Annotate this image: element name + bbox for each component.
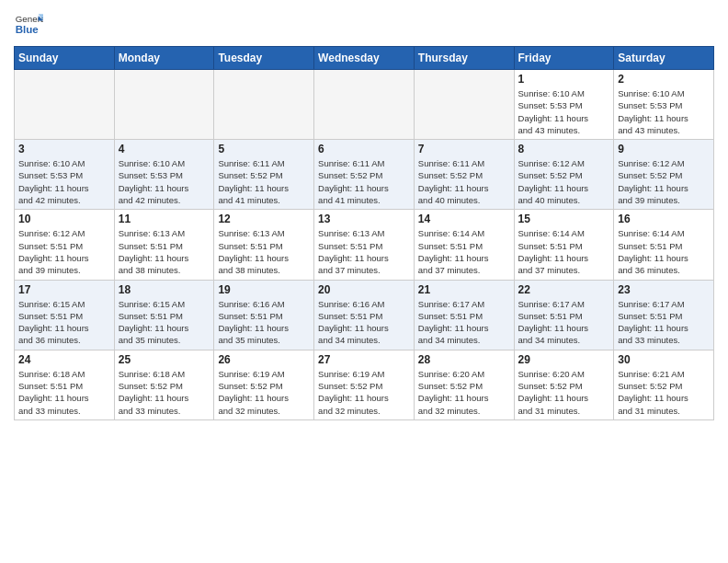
- calendar-cell: 13Sunrise: 6:13 AMSunset: 5:51 PMDayligh…: [314, 210, 415, 280]
- calendar-cell: 30Sunrise: 6:21 AMSunset: 5:52 PMDayligh…: [614, 350, 714, 419]
- calendar-cell: [214, 70, 314, 140]
- calendar-cell: 17Sunrise: 6:15 AMSunset: 5:51 PMDayligh…: [15, 280, 115, 350]
- day-number: 12: [218, 213, 310, 225]
- calendar-cell: 21Sunrise: 6:17 AMSunset: 5:51 PMDayligh…: [414, 280, 514, 350]
- calendar-cell: 9Sunrise: 6:12 AMSunset: 5:52 PMDaylight…: [614, 140, 714, 210]
- week-row-1: 1Sunrise: 6:10 AMSunset: 5:53 PMDaylight…: [15, 70, 714, 140]
- weekday-header-thursday: Thursday: [414, 47, 514, 70]
- day-info: Sunrise: 6:11 AMSunset: 5:52 PMDaylight:…: [218, 157, 310, 206]
- calendar-cell: 19Sunrise: 6:16 AMSunset: 5:51 PMDayligh…: [214, 280, 314, 350]
- day-number: 3: [18, 143, 110, 155]
- day-number: 4: [119, 143, 210, 155]
- logo: General Blue: [14, 9, 43, 39]
- page: General Blue SundayMondayTuesdayWednesda…: [0, 0, 728, 434]
- calendar-cell: [314, 70, 415, 140]
- calendar-cell: 18Sunrise: 6:15 AMSunset: 5:51 PMDayligh…: [114, 280, 214, 350]
- day-info: Sunrise: 6:19 AMSunset: 5:52 PMDaylight:…: [218, 368, 310, 417]
- day-number: 16: [618, 213, 710, 225]
- week-row-3: 10Sunrise: 6:12 AMSunset: 5:51 PMDayligh…: [15, 210, 714, 280]
- calendar-cell: 1Sunrise: 6:10 AMSunset: 5:53 PMDaylight…: [514, 70, 614, 140]
- day-number: 20: [318, 283, 410, 296]
- calendar-cell: 20Sunrise: 6:16 AMSunset: 5:51 PMDayligh…: [314, 280, 415, 350]
- calendar-cell: 22Sunrise: 6:17 AMSunset: 5:51 PMDayligh…: [514, 280, 614, 350]
- calendar-cell: 12Sunrise: 6:13 AMSunset: 5:51 PMDayligh…: [214, 210, 314, 280]
- day-number: 22: [518, 283, 610, 296]
- day-number: 19: [218, 283, 310, 296]
- calendar-cell: 16Sunrise: 6:14 AMSunset: 5:51 PMDayligh…: [614, 210, 714, 280]
- calendar-cell: 10Sunrise: 6:12 AMSunset: 5:51 PMDayligh…: [15, 210, 115, 280]
- day-number: 5: [218, 143, 310, 155]
- day-info: Sunrise: 6:14 AMSunset: 5:51 PMDaylight:…: [418, 227, 510, 276]
- day-number: 29: [518, 353, 610, 366]
- day-number: 15: [518, 213, 610, 225]
- day-info: Sunrise: 6:15 AMSunset: 5:51 PMDaylight:…: [119, 298, 210, 347]
- header: General Blue: [14, 9, 714, 39]
- day-info: Sunrise: 6:18 AMSunset: 5:52 PMDaylight:…: [119, 368, 210, 417]
- day-number: 10: [18, 213, 110, 225]
- day-number: 21: [418, 283, 510, 296]
- day-info: Sunrise: 6:21 AMSunset: 5:52 PMDaylight:…: [618, 368, 710, 417]
- day-number: 2: [618, 73, 710, 86]
- day-number: 26: [218, 353, 310, 366]
- calendar-cell: 5Sunrise: 6:11 AMSunset: 5:52 PMDaylight…: [214, 140, 314, 210]
- calendar-cell: [414, 70, 514, 140]
- day-number: 1: [518, 73, 610, 86]
- week-row-2: 3Sunrise: 6:10 AMSunset: 5:53 PMDaylight…: [15, 140, 714, 210]
- day-number: 7: [418, 143, 510, 155]
- day-info: Sunrise: 6:19 AMSunset: 5:52 PMDaylight:…: [318, 368, 410, 417]
- day-info: Sunrise: 6:11 AMSunset: 5:52 PMDaylight:…: [418, 157, 510, 206]
- week-row-4: 17Sunrise: 6:15 AMSunset: 5:51 PMDayligh…: [15, 280, 714, 350]
- calendar-cell: [15, 70, 115, 140]
- day-info: Sunrise: 6:12 AMSunset: 5:52 PMDaylight:…: [618, 157, 710, 206]
- day-number: 8: [518, 143, 610, 155]
- day-number: 30: [618, 353, 710, 366]
- day-number: 28: [418, 353, 510, 366]
- calendar-cell: 25Sunrise: 6:18 AMSunset: 5:52 PMDayligh…: [114, 350, 214, 419]
- calendar-cell: 14Sunrise: 6:14 AMSunset: 5:51 PMDayligh…: [414, 210, 514, 280]
- weekday-header-wednesday: Wednesday: [314, 47, 415, 70]
- calendar-cell: 15Sunrise: 6:14 AMSunset: 5:51 PMDayligh…: [514, 210, 614, 280]
- day-info: Sunrise: 6:18 AMSunset: 5:51 PMDaylight:…: [18, 368, 110, 417]
- day-number: 27: [318, 353, 410, 366]
- calendar-cell: 26Sunrise: 6:19 AMSunset: 5:52 PMDayligh…: [214, 350, 314, 419]
- day-info: Sunrise: 6:20 AMSunset: 5:52 PMDaylight:…: [518, 368, 610, 417]
- day-info: Sunrise: 6:12 AMSunset: 5:52 PMDaylight:…: [518, 157, 610, 206]
- day-number: 18: [119, 283, 210, 296]
- weekday-header-sunday: Sunday: [15, 47, 115, 70]
- weekday-header-row: SundayMondayTuesdayWednesdayThursdayFrid…: [15, 47, 714, 70]
- calendar-table: SundayMondayTuesdayWednesdayThursdayFrid…: [14, 46, 714, 420]
- calendar-cell: 4Sunrise: 6:10 AMSunset: 5:53 PMDaylight…: [114, 140, 214, 210]
- weekday-header-tuesday: Tuesday: [214, 47, 314, 70]
- day-info: Sunrise: 6:16 AMSunset: 5:51 PMDaylight:…: [318, 298, 410, 347]
- day-info: Sunrise: 6:14 AMSunset: 5:51 PMDaylight:…: [618, 227, 710, 276]
- day-info: Sunrise: 6:10 AMSunset: 5:53 PMDaylight:…: [119, 157, 210, 206]
- day-info: Sunrise: 6:14 AMSunset: 5:51 PMDaylight:…: [518, 227, 610, 276]
- day-number: 11: [119, 213, 210, 225]
- day-info: Sunrise: 6:10 AMSunset: 5:53 PMDaylight:…: [518, 87, 610, 136]
- day-number: 9: [618, 143, 710, 155]
- calendar-cell: [114, 70, 214, 140]
- day-info: Sunrise: 6:15 AMSunset: 5:51 PMDaylight:…: [18, 298, 110, 347]
- day-number: 14: [418, 213, 510, 225]
- day-number: 24: [18, 353, 110, 366]
- calendar-cell: 24Sunrise: 6:18 AMSunset: 5:51 PMDayligh…: [15, 350, 115, 419]
- calendar-cell: 7Sunrise: 6:11 AMSunset: 5:52 PMDaylight…: [414, 140, 514, 210]
- calendar-cell: 6Sunrise: 6:11 AMSunset: 5:52 PMDaylight…: [314, 140, 415, 210]
- weekday-header-monday: Monday: [114, 47, 214, 70]
- generalblue-logo-icon: General Blue: [14, 9, 43, 39]
- day-number: 17: [18, 283, 110, 296]
- calendar-cell: 3Sunrise: 6:10 AMSunset: 5:53 PMDaylight…: [15, 140, 115, 210]
- day-info: Sunrise: 6:17 AMSunset: 5:51 PMDaylight:…: [618, 298, 710, 347]
- calendar-cell: 28Sunrise: 6:20 AMSunset: 5:52 PMDayligh…: [414, 350, 514, 419]
- day-info: Sunrise: 6:16 AMSunset: 5:51 PMDaylight:…: [218, 298, 310, 347]
- calendar-cell: 11Sunrise: 6:13 AMSunset: 5:51 PMDayligh…: [114, 210, 214, 280]
- calendar-cell: 8Sunrise: 6:12 AMSunset: 5:52 PMDaylight…: [514, 140, 614, 210]
- day-number: 25: [119, 353, 210, 366]
- day-info: Sunrise: 6:13 AMSunset: 5:51 PMDaylight:…: [218, 227, 310, 276]
- calendar-cell: 27Sunrise: 6:19 AMSunset: 5:52 PMDayligh…: [314, 350, 415, 419]
- day-info: Sunrise: 6:17 AMSunset: 5:51 PMDaylight:…: [418, 298, 510, 347]
- day-info: Sunrise: 6:13 AMSunset: 5:51 PMDaylight:…: [318, 227, 410, 276]
- weekday-header-friday: Friday: [514, 47, 614, 70]
- day-number: 23: [618, 283, 710, 296]
- day-info: Sunrise: 6:17 AMSunset: 5:51 PMDaylight:…: [518, 298, 610, 347]
